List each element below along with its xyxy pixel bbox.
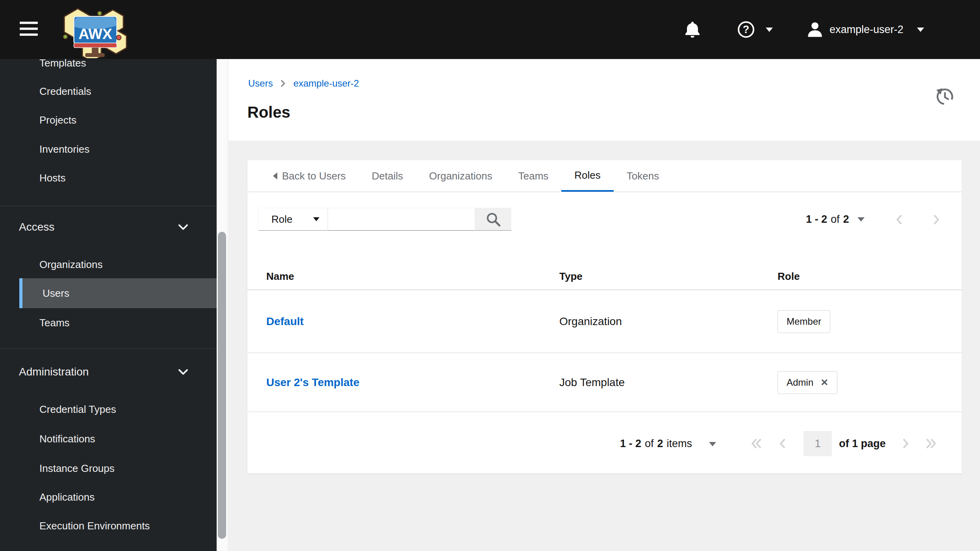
help-menu-button[interactable]: ?: [737, 0, 773, 59]
sidebar-group-access[interactable]: Access: [19, 221, 54, 233]
hamburger-menu-icon[interactable]: [20, 22, 38, 37]
sidebar-item-users[interactable]: Users: [19, 278, 217, 308]
role-chip: Member: [778, 310, 830, 333]
bell-icon: [685, 21, 700, 38]
tab-roles[interactable]: Roles: [561, 160, 613, 192]
sidebar-item-execution-environments[interactable]: Execution Environments: [39, 520, 150, 532]
sidebar-item-users-label: Users: [43, 287, 69, 300]
question-circle-icon: ?: [737, 20, 755, 39]
table-row: Default Organization Member: [247, 290, 962, 353]
close-icon[interactable]: ✕: [820, 377, 828, 388]
chevron-down-icon[interactable]: [178, 224, 188, 230]
role-chip-label: Member: [787, 316, 821, 327]
filter-type-label: Role: [271, 213, 292, 226]
column-header-type: Type: [559, 270, 583, 283]
sidebar-scrollbar-track[interactable]: [217, 59, 228, 551]
pagination-items-label: items: [667, 438, 692, 450]
breadcrumb-link-users[interactable]: Users: [248, 78, 273, 89]
back-to-users-button[interactable]: Back to Users: [260, 160, 359, 192]
sidebar-item-teams[interactable]: Teams: [39, 317, 70, 329]
sidebar-item-projects[interactable]: Projects: [39, 114, 76, 126]
pagination-of: of: [645, 438, 654, 450]
angle-right-icon[interactable]: [934, 214, 940, 225]
angle-double-left-icon[interactable]: [751, 438, 762, 449]
table-row: User 2's Template Job Template Admin✕: [247, 353, 962, 412]
count-of: of: [831, 213, 840, 226]
breadcrumb: Users example-user-2: [248, 78, 359, 89]
sidebar-group-administration[interactable]: Administration: [19, 366, 89, 378]
filter-type-select[interactable]: Role: [258, 208, 328, 231]
back-arrow-icon: [273, 172, 277, 179]
search-input[interactable]: [328, 208, 475, 231]
caret-down-icon: [313, 217, 319, 221]
items-per-page-dropdown[interactable]: 1 - 2 of 2 items: [620, 431, 692, 456]
svg-text:AWX: AWX: [78, 26, 112, 42]
pagination-range: 1 - 2: [620, 438, 641, 450]
sidebar-divider: [0, 206, 217, 206]
role-resource-type: Job Template: [559, 376, 625, 389]
masthead: AWX ? example-user-2: [0, 0, 980, 59]
tab-details[interactable]: Details: [359, 160, 416, 192]
caret-down-icon: [858, 217, 865, 222]
page-header: Users example-user-2 Roles: [228, 59, 980, 141]
count-range: 1 - 2: [806, 213, 827, 226]
username-label: example-user-2: [830, 24, 904, 36]
angle-right-icon[interactable]: [903, 438, 909, 449]
sidebar-item-credentials[interactable]: Credentials: [39, 85, 91, 98]
caret-down-icon: [766, 28, 773, 32]
role-resource-link[interactable]: User 2's Template: [266, 376, 359, 389]
page-title: Roles: [247, 104, 290, 121]
current-page-indicator[interactable]: 1: [804, 431, 832, 456]
role-chip-label: Admin: [787, 377, 813, 388]
awx-app-screen: Templates Credentials Projects Inventori…: [0, 0, 980, 551]
sidebar-item-inventories[interactable]: Inventories: [39, 143, 89, 155]
user-menu-button[interactable]: example-user-2: [806, 0, 924, 59]
role-resource-type: Organization: [559, 315, 622, 328]
svg-text:?: ?: [743, 24, 750, 35]
pagination-total: 2: [657, 438, 663, 450]
breadcrumb-chevron-icon: [281, 80, 286, 87]
item-count-dropdown[interactable]: 1 - 2 of 2: [806, 208, 865, 231]
tab-bar: Back to Users Details Organizations Team…: [247, 160, 962, 192]
sidebar-scrollbar-thumb[interactable]: [218, 232, 226, 539]
caret-down-icon: [917, 28, 924, 32]
angle-double-right-icon[interactable]: [926, 438, 937, 449]
angle-left-icon[interactable]: [779, 438, 785, 449]
table-header-row: Name Type Role: [247, 259, 962, 290]
sidebar-item-instance-groups[interactable]: Instance Groups: [39, 462, 115, 475]
breadcrumb-link-current-user[interactable]: example-user-2: [293, 78, 359, 89]
notifications-bell-button[interactable]: [685, 0, 700, 59]
history-icon[interactable]: [935, 87, 955, 107]
sidebar-nav: Templates Credentials Projects Inventori…: [0, 0, 217, 551]
page-of-label: of 1 page: [839, 431, 886, 456]
sidebar-item-notifications[interactable]: Notifications: [39, 433, 95, 445]
roles-card: Back to Users Details Organizations Team…: [247, 160, 962, 473]
tab-tokens[interactable]: Tokens: [614, 160, 672, 192]
chevron-down-icon[interactable]: [178, 369, 188, 375]
awx-logo[interactable]: AWX: [58, 2, 135, 58]
count-total: 2: [843, 213, 849, 226]
caret-down-icon[interactable]: [709, 442, 716, 446]
column-header-role: Role: [778, 270, 800, 283]
search-icon: [485, 211, 501, 227]
sidebar-item-credential-types[interactable]: Credential Types: [39, 403, 116, 416]
role-chip: Admin✕: [778, 371, 837, 394]
search-button[interactable]: [475, 208, 511, 231]
column-header-name: Name: [266, 270, 294, 283]
role-resource-link[interactable]: Default: [266, 315, 304, 328]
user-icon: [806, 20, 824, 39]
tab-teams[interactable]: Teams: [505, 160, 562, 192]
angle-left-icon[interactable]: [896, 214, 902, 225]
sidebar-item-hosts[interactable]: Hosts: [39, 172, 65, 184]
tab-organizations[interactable]: Organizations: [416, 160, 505, 192]
sidebar-divider: [0, 348, 217, 349]
sidebar-item-applications[interactable]: Applications: [39, 491, 95, 503]
sidebar-item-organizations[interactable]: Organizations: [39, 259, 102, 271]
